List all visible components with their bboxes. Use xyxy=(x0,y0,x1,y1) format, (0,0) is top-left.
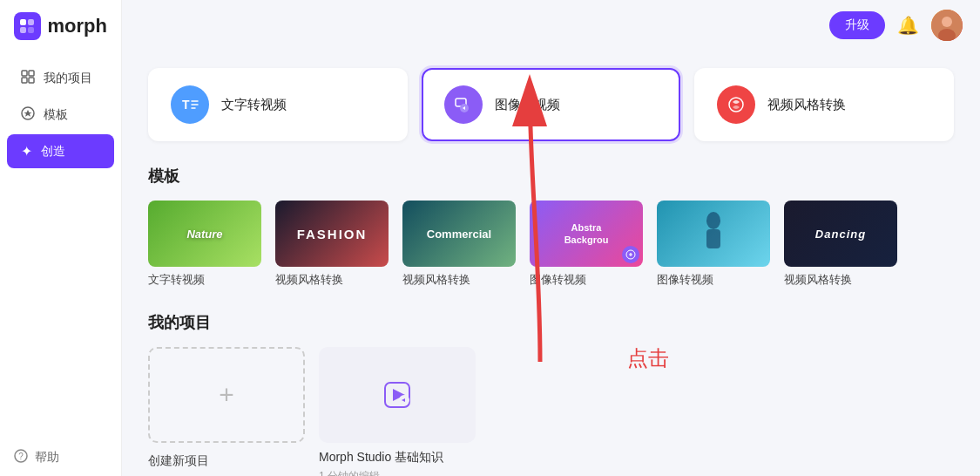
logo-icon xyxy=(14,12,41,40)
feature-card-label: 视频风格转换 xyxy=(767,97,846,113)
svg-text:?: ? xyxy=(18,452,24,461)
thumb-inner: Nature xyxy=(148,201,261,267)
project-name: Morph Studio 基础知识 xyxy=(319,450,476,466)
template-thumb-1: FASHION xyxy=(275,201,389,267)
thumb-inner: Commercial xyxy=(402,201,516,267)
template-item-4[interactable]: 图像转视频 xyxy=(657,201,770,288)
create-project-container: + 创建新项目 xyxy=(148,347,305,476)
template-item-3[interactable]: AbstraBackgrou 图像转视频 xyxy=(530,201,643,288)
bell-icon[interactable]: 🔔 xyxy=(897,15,919,36)
thumb-inner xyxy=(657,201,770,267)
project-meta: 1 分钟的编辑 xyxy=(319,469,476,476)
create-project-label: 创建新项目 xyxy=(148,453,305,469)
template-item-1[interactable]: FASHION 视频风格转换 xyxy=(275,201,389,288)
feature-card-video-style[interactable]: 视频风格转换 xyxy=(694,68,954,141)
svg-text:T: T xyxy=(182,98,190,112)
svg-rect-3 xyxy=(28,27,34,33)
sidebar-item-label: 我的项目 xyxy=(44,71,92,86)
svg-rect-5 xyxy=(29,71,34,76)
svg-rect-1 xyxy=(28,19,34,25)
template-item-2[interactable]: Commercial 视频风格转换 xyxy=(402,201,516,288)
feature-card-label: 文字转视频 xyxy=(221,97,287,113)
svg-point-19 xyxy=(706,212,720,229)
sidebar: morph 我的项目 模板 ✦ 创造 ? 帮助 xyxy=(0,0,122,476)
template-label-2: 视频风格转换 xyxy=(402,272,516,288)
user-avatar[interactable] xyxy=(931,10,963,41)
sidebar-item-label: 创造 xyxy=(41,144,65,160)
badge xyxy=(622,246,639,263)
template-thumb-4 xyxy=(657,201,770,267)
app-logo: morph xyxy=(0,0,121,52)
create-icon: ✦ xyxy=(21,143,32,160)
svg-point-17 xyxy=(729,98,743,112)
text-to-video-icon: T xyxy=(171,85,209,124)
template-thumb-5: Dancing xyxy=(784,201,897,267)
sidebar-item-create[interactable]: ✦ 创造 xyxy=(7,134,114,168)
template-thumb-2: Commercial xyxy=(402,201,516,267)
sidebar-item-label: 模板 xyxy=(44,107,68,123)
feature-cards: T 文字转视频 图像转视频 视频风格转换 xyxy=(148,68,954,141)
upgrade-button[interactable]: 升级 xyxy=(829,11,885,39)
template-label-0: 文字转视频 xyxy=(148,272,261,288)
template-label-5: 视频风格转换 xyxy=(784,272,897,288)
content-area: T 文字转视频 图像转视频 视频风格转换 模板 xyxy=(148,68,954,476)
svg-rect-20 xyxy=(706,229,720,248)
template-thumb-0: Nature xyxy=(148,201,261,267)
project-thumb-1 xyxy=(319,347,476,443)
svg-rect-0 xyxy=(20,19,26,25)
sidebar-nav: 我的项目 模板 ✦ 创造 xyxy=(0,52,121,439)
template-label-3: 图像转视频 xyxy=(530,272,643,288)
projects-grid: + 创建新项目 Morph Studio 基础知识 1 分钟的编辑 xyxy=(148,347,954,476)
template-label-4: 图像转视频 xyxy=(657,272,770,288)
template-item-0[interactable]: Nature 文字转视频 xyxy=(148,201,261,288)
my-projects-icon xyxy=(21,70,35,87)
sidebar-item-templates[interactable]: 模板 xyxy=(7,98,114,133)
project-item-1[interactable]: Morph Studio 基础知识 1 分钟的编辑 xyxy=(319,347,476,476)
svg-point-12 xyxy=(942,17,952,27)
feature-card-image-to-video[interactable]: 图像转视频 xyxy=(422,68,681,141)
video-style-icon xyxy=(717,85,755,124)
template-grid: Nature 文字转视频 FASHION 视频风格转换 Commercial xyxy=(148,201,954,288)
templates-icon xyxy=(21,106,35,124)
template-thumb-3: AbstraBackgrou xyxy=(530,201,643,267)
svg-rect-6 xyxy=(22,78,27,83)
svg-rect-7 xyxy=(29,78,34,83)
help-item[interactable]: ? 帮助 xyxy=(0,439,121,476)
template-label-1: 视频风格转换 xyxy=(275,272,389,288)
templates-section-title: 模板 xyxy=(148,166,954,187)
thumb-inner: FASHION xyxy=(275,201,389,267)
feature-card-text-to-video[interactable]: T 文字转视频 xyxy=(148,68,408,141)
sidebar-item-my-projects[interactable]: 我的项目 xyxy=(7,61,114,96)
svg-rect-4 xyxy=(22,71,27,76)
projects-section-title: 我的项目 xyxy=(148,312,954,333)
help-label: 帮助 xyxy=(35,450,59,466)
topbar: 升级 🔔 xyxy=(122,0,980,51)
main-content: 升级 🔔 T 文字转视频 图像转视频 xyxy=(122,0,980,476)
help-icon: ? xyxy=(14,449,28,466)
image-to-video-icon xyxy=(444,85,483,124)
thumb-inner: Dancing xyxy=(784,201,897,267)
feature-card-label: 图像转视频 xyxy=(495,97,560,113)
svg-rect-2 xyxy=(20,27,26,33)
app-name: morph xyxy=(48,15,107,37)
template-item-5[interactable]: Dancing 视频风格转换 xyxy=(784,201,897,288)
create-new-project-button[interactable]: + xyxy=(148,347,305,443)
